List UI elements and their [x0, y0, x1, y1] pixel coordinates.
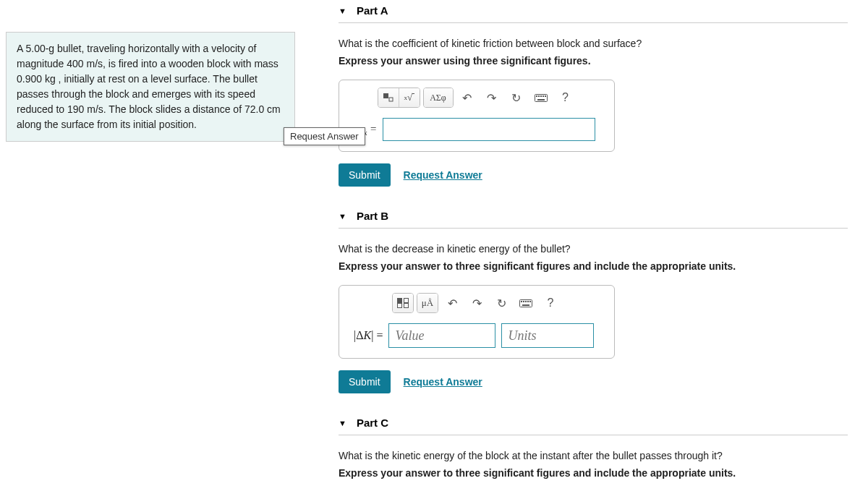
request-answer-tooltip: Request Answer [284, 127, 365, 145]
part-c-instruction: Express your answer to three significant… [339, 467, 848, 479]
part-a-title: Part A [357, 4, 388, 17]
redo-icon[interactable]: ↷ [481, 88, 503, 107]
svg-rect-15 [522, 304, 529, 306]
part-a-question: What is the coefficient of kinetic frict… [339, 38, 848, 49]
part-a-header[interactable]: ▼ Part A [339, 3, 848, 23]
svg-rect-11 [523, 301, 524, 302]
caret-down-icon: ▼ [339, 212, 346, 221]
svg-rect-0 [383, 93, 388, 98]
part-a-answer-input[interactable] [383, 118, 595, 141]
svg-rect-13 [527, 301, 529, 302]
part-a-request-answer-link[interactable]: Request Answer [404, 169, 482, 181]
part-b-header[interactable]: ▼ Part B [339, 208, 848, 229]
part-b-variable-label: |ΔK| = [354, 329, 383, 342]
keyboard-icon[interactable] [530, 88, 552, 107]
svg-rect-3 [536, 95, 537, 97]
redo-icon[interactable]: ↷ [466, 294, 488, 312]
part-a-answer-panel: x√ ΑΣφ ↶ ↷ ↻ ? μk = [339, 80, 615, 152]
caret-down-icon: ▼ [339, 419, 346, 427]
part-b-request-answer-link[interactable]: Request Answer [404, 376, 482, 388]
svg-rect-8 [537, 99, 545, 101]
part-b-units-input[interactable] [501, 323, 594, 348]
part-b: ▼ Part B What is the decrease in kinetic… [339, 208, 848, 393]
keyboard-icon[interactable] [515, 294, 537, 312]
svg-rect-5 [540, 95, 542, 97]
template-icon[interactable] [378, 88, 399, 107]
units-symbols-button[interactable]: μÅ [417, 294, 438, 312]
undo-icon[interactable]: ↶ [441, 294, 463, 312]
part-c: ▼ Part C What is the kinetic energy of t… [339, 415, 848, 479]
part-b-answer-panel: μÅ ↶ ↷ ↻ ? |ΔK| = [339, 285, 615, 359]
part-a: ▼ Part A What is the coefficient of kine… [339, 3, 848, 187]
help-icon[interactable]: ? [540, 294, 561, 312]
svg-rect-4 [538, 95, 540, 97]
part-b-value-input[interactable] [388, 323, 495, 348]
part-a-toolbar: x√ ΑΣφ ↶ ↷ ↻ ? [346, 88, 607, 108]
undo-icon[interactable]: ↶ [456, 88, 478, 107]
caret-down-icon: ▼ [339, 7, 346, 15]
svg-rect-12 [525, 301, 527, 302]
reset-icon[interactable]: ↻ [506, 88, 527, 107]
svg-rect-10 [521, 301, 522, 302]
part-a-submit-button[interactable]: Submit [339, 163, 391, 187]
part-c-header[interactable]: ▼ Part C [339, 415, 848, 435]
part-b-question: What is the decrease in kinetic energy o… [339, 243, 848, 255]
greek-letters-button[interactable]: ΑΣφ [424, 88, 453, 107]
svg-rect-14 [529, 301, 531, 302]
root-icon[interactable]: x√ [399, 88, 420, 107]
svg-rect-7 [545, 95, 546, 97]
part-b-instruction: Express your answer to three significant… [339, 260, 848, 272]
part-b-submit-button[interactable]: Submit [339, 370, 391, 393]
svg-rect-6 [542, 95, 544, 97]
reset-icon[interactable]: ↻ [490, 294, 512, 312]
part-b-toolbar: μÅ ↶ ↷ ↻ ? [346, 293, 607, 313]
part-a-instruction: Express your answer using three signific… [339, 55, 848, 67]
problem-statement: A 5.00-g bullet, traveling horizontally … [6, 32, 295, 142]
help-icon[interactable]: ? [555, 88, 576, 107]
part-c-question: What is the kinetic energy of the block … [339, 450, 848, 461]
svg-rect-1 [389, 98, 393, 101]
blocks-icon[interactable] [393, 294, 413, 312]
part-c-title: Part C [357, 417, 388, 429]
part-b-title: Part B [357, 210, 388, 222]
